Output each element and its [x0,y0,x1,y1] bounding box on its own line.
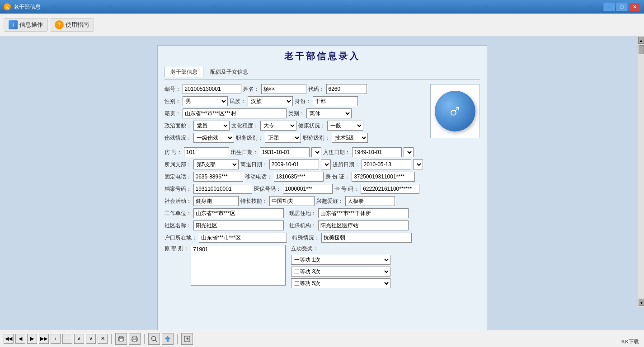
row-shehui: 社会活动： 特长技能： 兴趣爱好： [165,196,480,206]
row-xingbie: 性别： 男 女 民族： 汉族 身份： [165,96,428,106]
shehui-input[interactable] [193,196,239,206]
xingming-input[interactable] [261,84,306,94]
shequ-input[interactable] [193,220,284,230]
sfz-label: 身 份 证： [325,173,350,181]
nav-up-button[interactable]: ∧ [74,334,84,344]
xingbie-select[interactable]: 男 女 [183,96,228,106]
sfz-input[interactable] [352,172,415,182]
litui-input[interactable] [269,159,319,169]
yidong-input[interactable] [274,172,324,182]
shequ-label: 社区名称： [165,222,192,230]
yibao-input[interactable] [283,184,333,194]
jiankang-select[interactable]: 一般 [327,121,363,131]
ruwu-dropdown[interactable]: ∨ [404,147,414,157]
svg-line-8 [155,340,157,342]
row-zhishu: 所属支部： 第5支部 离退日期： ∨ 进所日期： ∨ [165,159,480,169]
separator2 [144,334,145,344]
nav-prev-button[interactable]: ◀ [15,334,25,344]
shebao-input[interactable] [318,220,409,230]
zhicheng-select[interactable]: 技术5级 [332,133,368,143]
guding-input[interactable] [193,172,243,182]
leixing-select[interactable]: 离休 [306,108,352,118]
jinsuo-label: 进所日期： [333,161,360,169]
yibao-label: 医保号码： [254,185,281,193]
minimize-button[interactable]: ─ [603,2,615,11]
zhicheng-label: 职称级别： [303,134,330,142]
maximize-button[interactable]: □ [616,2,628,11]
watermark: KK下载 [621,338,639,345]
title-bar-left: 老 老干部信息 [4,3,41,11]
teshu-label: 特殊情况： [292,234,320,242]
close-button[interactable]: ✕ [629,2,640,11]
menu-bar: i 信息操作 ? 使用指南 [0,14,644,36]
xingbie-label: 性别： [165,98,181,105]
nav-last-button[interactable]: ▶▶ [39,334,49,344]
teshu-input[interactable] [321,233,412,243]
scroll-thumb[interactable] [639,45,644,54]
print-icon [118,335,125,342]
row-hukou: 户口所在地： 特殊情况： [165,233,480,243]
info-ops-icon: i [9,20,18,29]
nav-minus-button[interactable]: ─ [62,334,72,344]
scroll-up-arrow[interactable]: ▲ [638,37,644,44]
kamu-input[interactable] [361,184,419,194]
row-shequ: 社区名称： 社保机构： [165,220,480,230]
svg-point-6 [136,338,136,339]
bianhao-input[interactable] [183,84,241,94]
ruwu-input[interactable] [352,147,402,157]
nav-cancel-button[interactable]: ✕ [98,334,108,344]
techang-input[interactable] [269,196,315,206]
chusheng-input[interactable] [260,147,310,157]
print-preview-button[interactable] [115,333,127,345]
jinsuo-dropdown[interactable]: ∨ [413,159,423,169]
dangan-label: 档案号码： [165,185,192,193]
tab-cadre-info[interactable]: 老干部信息 [165,67,203,77]
gongzuo-input[interactable] [193,208,284,218]
yuanbu-textarea[interactable]: 71901 [191,245,286,286]
zhengzhi-select[interactable]: 党员 [193,121,230,131]
print-button[interactable] [129,333,141,345]
jinsuo-input[interactable] [362,159,411,169]
fanghao-input[interactable] [184,147,229,157]
dangan-input[interactable] [193,184,252,194]
import-button[interactable] [181,333,193,345]
zhishu-select[interactable]: 第5支部 [193,159,239,169]
nav-down-button[interactable]: ∨ [86,334,96,344]
menu-item-info-ops[interactable]: i 信息操作 [4,18,48,32]
svg-rect-5 [133,336,136,338]
zhiwu-label: 职务级别： [236,134,263,142]
scroll-down-arrow[interactable]: ▼ [639,299,644,306]
menu-item-user-guide[interactable]: ? 使用指南 [50,18,94,32]
svg-rect-1 [119,339,123,341]
wenhua-select[interactable]: 大专 [260,121,296,131]
xianjuzhi-input[interactable] [318,208,409,218]
nav-add-button[interactable]: + [51,334,61,344]
jiguan-input[interactable] [183,108,287,118]
shenfen-input[interactable] [313,96,358,106]
nav-next-button[interactable]: ▶ [27,334,37,344]
xingqu-label: 兴趣爱好： [316,197,343,205]
row-guding: 固定电话： 移动电话： 身 份 证： [165,172,480,182]
nav-first-button[interactable]: ◀◀ [4,334,14,344]
ligong2-select[interactable]: 二等功 3次 [291,267,390,277]
xingming-label: 姓名： [243,85,259,93]
search-button[interactable] [148,333,160,345]
menu-item-info-ops-label: 信息操作 [19,21,43,29]
separator1 [111,334,112,344]
shangcan-select[interactable]: 一级伤残 [193,133,234,143]
daima-input[interactable] [326,84,367,94]
xingqu-input[interactable] [345,196,395,206]
tab-spouse-info[interactable]: 配偶及子女信息 [204,67,254,77]
svg-marker-9 [165,336,170,342]
chusheng-dropdown[interactable]: ∨ [311,147,321,157]
user-guide-icon: ? [55,20,64,29]
litui-dropdown[interactable]: ∨ [321,159,331,169]
ligong1-select[interactable]: 一等功 1次 [291,255,390,265]
search-icon [150,335,158,342]
hukou-input[interactable] [199,233,287,243]
minzu-select[interactable]: 汉族 [248,96,293,106]
ligong3-select[interactable]: 三等功 5次 [291,278,390,288]
export-button[interactable] [162,333,174,345]
zhiwu-select[interactable]: 正团 [265,133,301,143]
scrollbar[interactable]: ▲ ▼ [638,36,644,307]
